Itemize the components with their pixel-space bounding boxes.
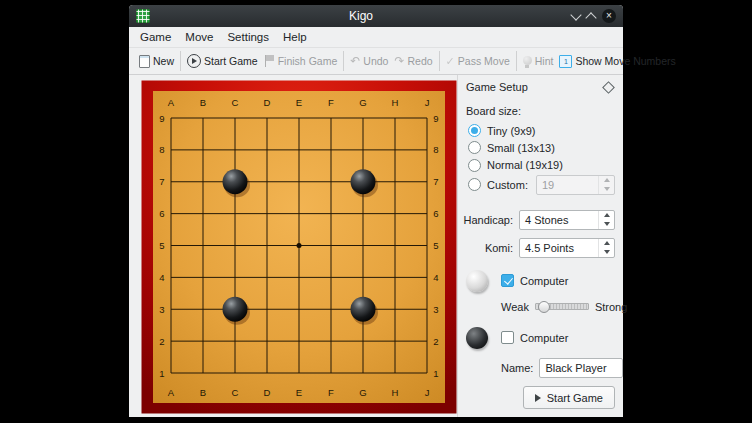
start-game-button[interactable]: Start Game — [184, 52, 261, 70]
button-label: Start Game — [204, 55, 258, 67]
kigo-window: Kigo × Game Move Settings Help New — [129, 5, 623, 417]
spinbox-arrows — [598, 239, 614, 257]
float-panel-icon[interactable] — [602, 81, 615, 94]
spinbox-value: 19 — [537, 176, 598, 194]
handicap-label: Handicap: — [463, 214, 513, 226]
spin-up-button[interactable] — [599, 176, 614, 185]
spinbox-arrows — [598, 211, 614, 229]
board-letter-top: B — [200, 97, 206, 108]
black-player-name-input[interactable] — [539, 358, 623, 378]
board-number-right: 1 — [433, 368, 438, 379]
spin-down-button[interactable] — [599, 220, 614, 229]
board-number-left: 3 — [159, 304, 164, 315]
board-number-right: 9 — [433, 113, 438, 124]
show-move-numbers-button[interactable]: 1 Show Move Numbers — [556, 53, 678, 70]
spinbox-arrows — [598, 176, 614, 194]
button-label: Start Game — [547, 392, 603, 404]
black-name-row: Name: — [501, 358, 615, 378]
komi-row: Komi: 4.5 Points — [466, 238, 615, 258]
close-icon[interactable]: × — [602, 9, 616, 23]
new-button[interactable]: New — [136, 53, 177, 70]
undo-arrow-icon: ↶ — [350, 56, 360, 66]
button-label: Redo — [407, 55, 432, 67]
titlebar[interactable]: Kigo × — [129, 5, 623, 27]
checkbox-label: Computer — [520, 275, 568, 287]
star-point — [297, 243, 302, 248]
button-label: Show Move Numbers — [575, 55, 675, 67]
board-number-left: 2 — [159, 336, 164, 347]
board-letter-bottom: C — [232, 387, 239, 398]
board-letter-top: J — [425, 97, 430, 108]
kigo-app-icon[interactable] — [136, 9, 150, 23]
strength-slider-handle[interactable] — [538, 301, 550, 313]
new-document-icon — [139, 55, 150, 68]
screen-background: Kigo × Game Move Settings Help New — [0, 0, 752, 423]
board-number-right: 4 — [433, 272, 438, 283]
radio-label: Custom: — [487, 179, 528, 191]
board-size-radio-small[interactable]: Small (13x13) — [468, 141, 615, 154]
undo-button[interactable]: ↶ Undo — [347, 53, 391, 69]
board-letter-bottom: A — [168, 387, 175, 398]
hint-button[interactable]: Hint — [520, 53, 557, 69]
board-letter-bottom: H — [392, 387, 399, 398]
board-letter-top: E — [296, 97, 302, 108]
radio-icon — [468, 141, 481, 154]
black-stone — [223, 169, 248, 194]
radio-label: Normal (19x19) — [487, 159, 563, 171]
white-strength-row: Weak Strong — [501, 301, 615, 313]
maximize-icon[interactable] — [585, 12, 596, 23]
board-number-right: 8 — [433, 144, 438, 155]
board-letter-bottom: B — [200, 387, 206, 398]
radio-icon — [468, 178, 481, 191]
play-icon — [535, 394, 541, 402]
minimize-icon[interactable] — [570, 9, 581, 20]
finish-game-button[interactable]: Finish Game — [261, 53, 341, 69]
black-computer-checkbox[interactable]: Computer — [501, 331, 568, 344]
menu-settings[interactable]: Settings — [220, 29, 276, 45]
toolbar: New Start Game Finish Game ↶ Undo — [129, 48, 623, 75]
button-label: New — [153, 55, 174, 67]
start-game-panel-button[interactable]: Start Game — [523, 386, 615, 409]
menu-help[interactable]: Help — [276, 29, 314, 45]
custom-size-spinbox[interactable]: 19 — [536, 175, 615, 195]
board-area: AABBCCDDEEFFGGHHJJ998877665544332211 — [129, 75, 457, 417]
menu-game[interactable]: Game — [133, 29, 178, 45]
black-stone — [351, 297, 376, 322]
board-size-radio-normal[interactable]: Normal (19x19) — [468, 159, 615, 172]
pass-move-button[interactable]: ✓ Pass Move — [443, 53, 513, 69]
board-number-left: 1 — [159, 368, 164, 379]
radio-label: Tiny (9x9) — [487, 125, 536, 137]
board-number-left: 9 — [159, 113, 164, 124]
spin-down-button[interactable] — [599, 185, 614, 194]
board-number-left: 4 — [159, 272, 164, 283]
go-board[interactable]: AABBCCDDEEFFGGHHJJ998877665544332211 — [141, 80, 457, 414]
board-size-radio-custom[interactable]: Custom: 19 — [468, 176, 615, 194]
board-number-left: 7 — [159, 176, 164, 187]
board-size-radio-tiny[interactable]: Tiny (9x9) — [468, 124, 615, 137]
komi-label: Komi: — [485, 242, 513, 254]
board-letter-top: G — [359, 97, 366, 108]
white-computer-checkbox[interactable]: Computer — [501, 274, 568, 287]
board-letter-bottom: D — [264, 387, 271, 398]
redo-button[interactable]: ↷ Redo — [391, 53, 435, 69]
panel-header: Game Setup — [466, 81, 615, 93]
komi-spinbox[interactable]: 4.5 Points — [519, 238, 615, 258]
board-number-right: 2 — [433, 336, 438, 347]
black-stone-icon — [466, 327, 488, 349]
main-content: AABBCCDDEEFFGGHHJJ998877665544332211 Gam… — [129, 75, 623, 417]
strength-slider[interactable] — [535, 303, 589, 310]
checkbox-icon — [501, 274, 514, 287]
name-label: Name: — [501, 362, 533, 374]
toolbar-group: Hint 1 Show Move Numbers — [516, 51, 682, 71]
board-letter-bottom: E — [296, 387, 302, 398]
menu-move[interactable]: Move — [178, 29, 220, 45]
board-number-right: 7 — [433, 176, 438, 187]
handicap-spinbox[interactable]: 4 Stones — [519, 210, 615, 230]
toolbar-group: New — [133, 51, 180, 71]
spin-up-button[interactable] — [599, 211, 614, 220]
board-letter-top: C — [232, 97, 239, 108]
board-content: AABBCCDDEEFFGGHHJJ998877665544332211 — [142, 81, 457, 414]
spin-down-button[interactable] — [599, 248, 614, 257]
weak-label: Weak — [501, 301, 529, 313]
spin-up-button[interactable] — [599, 239, 614, 248]
